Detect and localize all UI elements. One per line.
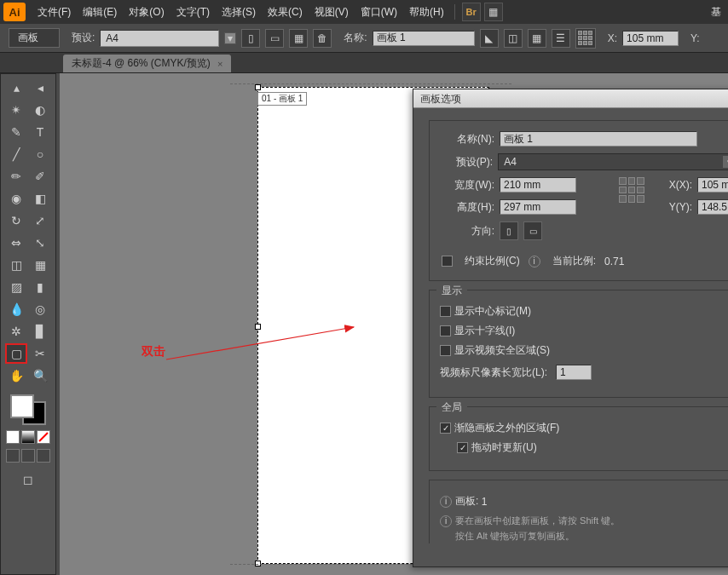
menu-edit[interactable]: 编辑(E) [78, 2, 122, 23]
menu-help[interactable]: 帮助(H) [404, 2, 449, 23]
fill-swatch[interactable] [10, 394, 34, 418]
show-safe-checkbox[interactable] [440, 345, 451, 356]
dialog-title: 画板选项 [413, 89, 728, 108]
menu-window[interactable]: 窗口(W) [355, 2, 402, 23]
scale-tool-icon[interactable]: ⤢ [29, 210, 51, 231]
menubar: Ai 文件(F) 编辑(E) 对象(O) 文字(T) 选择(S) 效果(C) 视… [0, 0, 728, 24]
color-mode-icon[interactable] [6, 430, 20, 444]
menu-file[interactable]: 文件(F) [32, 2, 76, 23]
artboard-count-label: 画板: [455, 494, 478, 509]
eyedropper-tool-icon[interactable]: 💧 [5, 299, 27, 319]
close-icon[interactable]: × [217, 59, 222, 69]
brush-tool-icon[interactable]: ✏ [5, 166, 27, 187]
shape-builder-tool-icon[interactable]: ◫ [5, 255, 27, 275]
mesh-tool-icon[interactable]: ▨ [5, 277, 27, 297]
dlg-preset-dropdown[interactable]: A4 ▾ [498, 153, 728, 170]
pen-tool-icon[interactable]: ✎ [5, 122, 27, 142]
arrange-docs-icon[interactable]: ▦ [484, 3, 503, 21]
dlg-preset-value: A4 [504, 156, 517, 168]
menu-view[interactable]: 视图(V) [309, 2, 354, 23]
rotate-tool-icon[interactable]: ↻ [5, 210, 27, 231]
width-tool-icon[interactable]: ⇔ [5, 233, 27, 253]
blend-tool-icon[interactable]: ◎ [29, 299, 51, 319]
blob-brush-tool-icon[interactable]: ◉ [5, 188, 27, 209]
artboard-tool-icon[interactable]: ▢ [5, 343, 27, 364]
zoom-tool-icon[interactable]: 🔍 [29, 365, 51, 386]
dlg-reference-point[interactable] [619, 177, 644, 203]
eraser-tool-icon[interactable]: ◧ [29, 188, 51, 209]
type-tool-icon[interactable]: T [29, 122, 51, 142]
alt-hint: 按住 Alt 键拖动可复制画板。 [455, 531, 575, 541]
show-safe-label: 显示视频安全区域(S) [454, 343, 550, 358]
orient-portrait-button[interactable]: ▯ [500, 221, 518, 240]
ellipse-tool-icon[interactable]: ○ [29, 144, 51, 164]
ratio-value: 0.71 [604, 256, 624, 267]
handle-ml[interactable] [255, 324, 261, 330]
opt-icon-a[interactable]: ◣ [480, 29, 499, 48]
free-transform-tool-icon[interactable]: ⤡ [29, 233, 51, 253]
dlg-x-input[interactable] [697, 177, 728, 193]
options-bar: 画板 预设: A4 ▾ ▯ ▭ ▦ 🗑 名称: ◣ ◫ ▦ ☰ X: Y: [0, 24, 728, 53]
preset-dropdown[interactable]: A4 [100, 30, 219, 47]
lasso-tool-icon[interactable]: ◐ [29, 100, 51, 120]
menu-effect[interactable]: 效果(C) [263, 2, 308, 23]
opt-icon-c[interactable]: ▦ [528, 29, 546, 48]
menu-text[interactable]: 文字(T) [171, 2, 215, 23]
chevron-down-icon[interactable]: ▾ [224, 32, 236, 44]
dlg-width-input[interactable] [500, 177, 576, 193]
info-icon: i [529, 256, 540, 267]
dlg-y-input[interactable] [697, 199, 728, 215]
draw-normal-icon[interactable] [6, 449, 20, 463]
divider [454, 4, 455, 20]
dlg-height-input[interactable] [500, 199, 576, 215]
name-input[interactable] [373, 31, 475, 46]
orient-portrait-icon[interactable]: ▯ [241, 29, 260, 48]
magic-wand-tool-icon[interactable]: ✴ [5, 100, 27, 120]
opt-icon-b[interactable]: ◫ [504, 29, 523, 48]
reference-point[interactable] [575, 28, 596, 49]
pixel-ratio-label: 视频标尺像素长宽比(L): [440, 365, 547, 380]
show-cross-checkbox[interactable] [440, 325, 451, 336]
pixel-ratio-input[interactable] [556, 365, 592, 380]
handle-tl[interactable] [255, 84, 261, 90]
x-input[interactable] [622, 31, 679, 46]
fade-outside-checkbox[interactable] [440, 423, 451, 434]
column-graph-tool-icon[interactable]: ▊ [29, 321, 51, 342]
draw-behind-icon[interactable] [21, 449, 35, 463]
canvas[interactable]: 01 - 画板 1 双击 画板选项 名称(N): 预设(P): [60, 73, 728, 575]
update-drag-checkbox[interactable] [457, 442, 468, 453]
orient-landscape-icon[interactable]: ▭ [265, 29, 284, 48]
pencil-tool-icon[interactable]: ✐ [29, 166, 51, 187]
info-icon: i [440, 515, 452, 527]
menu-select[interactable]: 选择(S) [217, 2, 261, 23]
artboard-label: 01 - 画板 1 [257, 92, 307, 106]
draw-inside-icon[interactable] [37, 449, 50, 463]
slice-tool-icon[interactable]: ✂ [29, 343, 51, 364]
dlg-name-input[interactable] [500, 131, 697, 147]
chevron-down-icon[interactable]: ▾ [722, 155, 728, 169]
artboard-options-dialog: 画板选项 名称(N): 预设(P): A4 ▾ [413, 89, 728, 567]
constrain-checkbox[interactable] [442, 256, 453, 267]
show-center-checkbox[interactable] [440, 306, 451, 317]
opt-icon-d[interactable]: ☰ [552, 29, 570, 48]
perspective-grid-tool-icon[interactable]: ▦ [29, 255, 51, 275]
symbol-sprayer-tool-icon[interactable]: ✲ [5, 321, 27, 342]
none-mode-icon[interactable] [37, 430, 50, 444]
tab-active[interactable]: 未标题-4 @ 66% (CMYK/预览) × [63, 55, 231, 72]
hand-tool-icon[interactable]: ✋ [5, 365, 27, 386]
gradient-mode-icon[interactable] [21, 430, 35, 444]
delete-artboard-icon[interactable]: 🗑 [313, 29, 332, 48]
fill-stroke-swatches[interactable] [9, 393, 48, 427]
bridge-icon[interactable]: Br [462, 3, 481, 21]
gradient-tool-icon[interactable]: ▮ [29, 277, 51, 297]
shift-hint: 要在画板中创建新画板，请按 Shift 键。 [455, 515, 620, 526]
menu-object[interactable]: 对象(O) [124, 2, 169, 23]
annotation-text: 双击 [142, 344, 165, 359]
direct-selection-tool-icon[interactable]: ◂ [29, 78, 51, 98]
screen-mode-icon[interactable]: ◻ [17, 469, 39, 490]
orient-landscape-button[interactable]: ▭ [523, 221, 542, 240]
line-tool-icon[interactable]: ╱ [5, 144, 27, 164]
new-artboard-icon[interactable]: ▦ [289, 29, 308, 48]
constrain-label: 约束比例(C) [465, 254, 520, 268]
selection-tool-icon[interactable]: ▴ [5, 78, 27, 98]
